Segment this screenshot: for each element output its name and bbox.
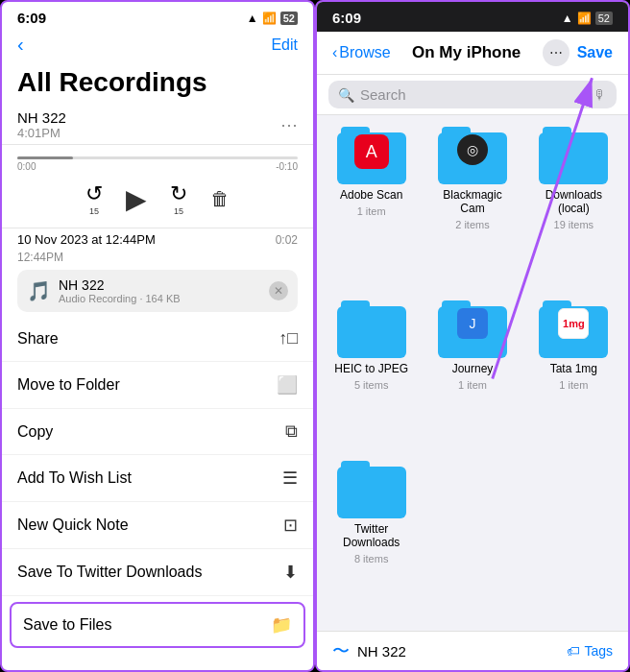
menu-item-save-files-label: Save to Files — [23, 616, 111, 634]
more-options-icon[interactable]: ⋯ — [280, 114, 298, 135]
folder-heic-name: HEIC to JPEG — [334, 362, 408, 375]
player-controls: ↺ 15 ▶ ↻ 15 🗑 — [17, 178, 298, 220]
nav-bar-left: ‹ Edit — [2, 30, 313, 63]
search-input-wrap[interactable]: 🔍 Search 🎙 — [328, 81, 617, 108]
right-panel: 6:09 ▲ 📶 52 ‹ Browse On My iPhone ⋯ Save… — [315, 0, 630, 672]
waveform-icon-bottom: 〜 — [332, 639, 350, 662]
battery-icon: 52 — [280, 12, 298, 25]
folder-icon-twitter-dl — [337, 461, 406, 518]
mic-icon[interactable]: 🎙 — [594, 87, 607, 103]
folder-downloads-local[interactable]: Downloads (local) 19 items — [531, 127, 617, 285]
nav-actions: ⋯ Save — [543, 39, 613, 66]
tags-button[interactable]: 🏷 Tags — [567, 643, 613, 659]
folder-tata[interactable]: 1mg Tata 1mg 1 item — [531, 300, 617, 445]
chevron-left-icon: ‹ — [332, 44, 337, 61]
time-end: -0:10 — [276, 161, 298, 172]
skip-back-wrap[interactable]: ↺ 15 — [85, 181, 103, 216]
folder-icon-adobe-scan: A — [337, 127, 406, 184]
file-name: NH 322 — [59, 277, 181, 293]
menu-item-quicknote-label: New Quick Note — [17, 516, 129, 534]
journey-badge-icon: J — [469, 316, 475, 331]
folder-journey-name: Journey — [452, 362, 494, 375]
signal-icon-right: ▲ — [562, 12, 573, 25]
skip-fwd-label: 15 — [174, 206, 183, 216]
selected-file: 🎵 NH 322 Audio Recording · 164 KB ✕ — [17, 270, 298, 312]
skip-back-label: 15 — [89, 206, 99, 216]
left-panel: 6:09 ▲ 📶 52 ‹ Edit All Recordings NH 322… — [0, 0, 315, 672]
bottom-file-info: 〜 NH 322 — [332, 639, 406, 662]
menu-item-twitter-dl[interactable]: Save To Twitter Downloads ⬇ — [2, 549, 313, 596]
waveform-icon: 🎵 — [27, 279, 51, 302]
folder-journey[interactable]: J Journey 1 item — [429, 300, 515, 445]
skip-fwd-wrap[interactable]: ↻ 15 — [170, 181, 187, 216]
folder-icon: ⬜ — [277, 374, 298, 396]
folder-blackmagic[interactable]: ◎ Blackmagic Cam 2 items — [429, 127, 515, 285]
search-icon: 🔍 — [338, 87, 354, 103]
menu-item-copy-label: Copy — [17, 423, 53, 441]
adobe-scan-badge-icon: A — [366, 142, 377, 162]
skip-fwd-icon: ↻ — [170, 181, 187, 206]
menu-item-share[interactable]: Share ↑□ — [2, 316, 313, 362]
bottom-file-name: NH 322 — [357, 643, 406, 660]
browse-button[interactable]: ‹ Browse — [332, 44, 391, 61]
status-time-right: 6:09 — [332, 10, 361, 26]
files-icon: 📁 — [271, 614, 292, 636]
more-options-button[interactable]: ⋯ — [543, 39, 569, 66]
folder-heic-count: 5 items — [354, 379, 388, 391]
wifi-icon: 📶 — [262, 12, 277, 25]
signal-icon: ▲ — [247, 12, 258, 25]
folder-adobe-scan-count: 1 item — [357, 205, 386, 217]
progress-fill — [17, 156, 73, 159]
wifi-icon-right: 📶 — [577, 12, 592, 25]
menu-item-copy[interactable]: Copy ⧉ — [2, 409, 313, 455]
folder-heic[interactable]: HEIC to JPEG 5 items — [328, 300, 414, 445]
status-bar-left: 6:09 ▲ 📶 52 — [2, 2, 313, 30]
play-button[interactable]: ▶ — [126, 183, 147, 215]
recording-time: 4:01PM — [17, 126, 66, 140]
progress-bar[interactable] — [17, 156, 298, 159]
menu-item-wishlist-label: Add To Wish List — [17, 469, 132, 487]
copy-icon: ⧉ — [285, 421, 298, 442]
folder-tata-name: Tata 1mg — [550, 362, 597, 375]
tag-icon: 🏷 — [567, 643, 580, 659]
save-button[interactable]: Save — [577, 44, 613, 61]
player-area: 0:00 -0:10 ↺ 15 ▶ ↻ 15 🗑 — [2, 145, 313, 228]
recording-date: 10 Nov 2023 at 12:44PM — [17, 232, 156, 247]
menu-list: Share ↑□ Move to Folder ⬜ Copy ⧉ Add To … — [2, 316, 313, 670]
folder-icon-blackmagic: ◎ — [438, 127, 507, 184]
menu-item-wishlist[interactable]: Add To Wish List ☰ — [2, 455, 313, 502]
menu-item-twitter-dl-label: Save To Twitter Downloads — [17, 564, 202, 581]
status-icons-left: ▲ 📶 52 — [247, 12, 298, 25]
menu-item-save-files[interactable]: Save to Files 📁 — [10, 602, 305, 648]
back-button[interactable]: ‹ — [17, 34, 24, 56]
file-meta: Audio Recording · 164 KB — [59, 293, 181, 304]
recording-duration: 0:02 — [276, 233, 298, 247]
edit-button[interactable]: Edit — [271, 36, 298, 54]
file-info: 🎵 NH 322 Audio Recording · 164 KB — [27, 277, 181, 304]
folder-icon-downloads-local — [539, 127, 608, 184]
folder-blackmagic-name: Blackmagic Cam — [429, 188, 515, 215]
recording-item[interactable]: NH 322 4:01PM ⋯ — [2, 106, 313, 145]
search-bar: 🔍 Search 🎙 — [317, 75, 628, 115]
battery-icon-right: 52 — [595, 12, 613, 25]
folder-blackmagic-count: 2 items — [455, 219, 489, 230]
download-icon: ⬇ — [283, 562, 298, 583]
tata-badge-icon: 1mg — [563, 319, 585, 329]
menu-item-quicknote[interactable]: New Quick Note ⊡ — [2, 502, 313, 549]
blackmagic-badge-icon: ◎ — [467, 142, 478, 157]
nav-title: On My iPhone — [412, 43, 521, 62]
folder-downloads-local-count: 19 items — [554, 219, 594, 230]
file-close-button[interactable]: ✕ — [269, 281, 288, 300]
share-icon: ↑□ — [279, 328, 298, 348]
menu-item-move-folder[interactable]: Move to Folder ⬜ — [2, 362, 313, 409]
folders-grid: A Adobe Scan 1 item ◎ Blackmagic Cam 2 i… — [317, 115, 628, 631]
tags-label: Tags — [584, 643, 613, 659]
delete-button[interactable]: 🗑 — [210, 188, 230, 210]
folder-tata-count: 1 item — [559, 379, 588, 391]
folder-twitter-dl[interactable]: Twitter Downloads 8 items — [328, 461, 414, 619]
skip-back-icon: ↺ — [85, 181, 103, 206]
folder-adobe-scan[interactable]: A Adobe Scan 1 item — [328, 127, 414, 285]
search-placeholder: Search — [360, 86, 588, 103]
time-start: 0:00 — [17, 161, 36, 172]
status-bar-right: 6:09 ▲ 📶 52 — [317, 2, 628, 32]
